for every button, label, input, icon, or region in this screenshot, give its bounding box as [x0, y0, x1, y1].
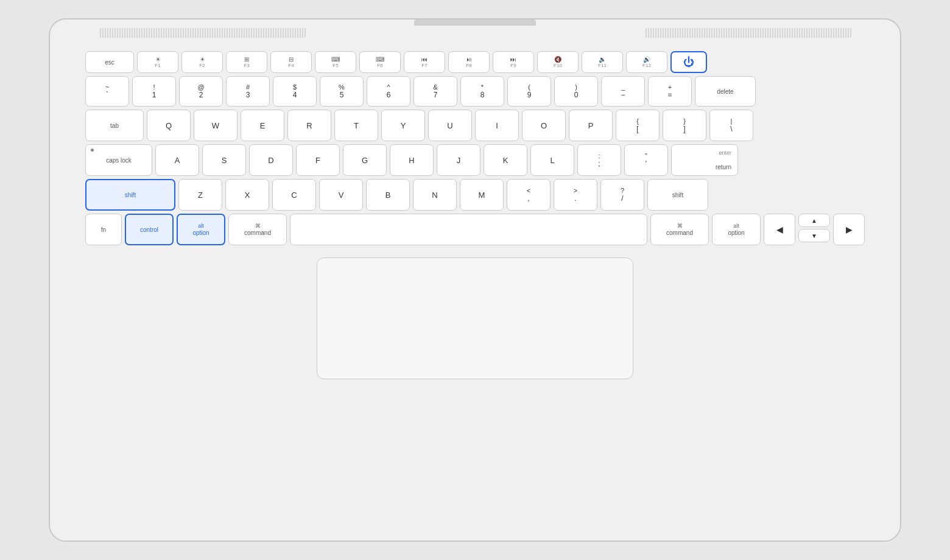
key-command-left[interactable]: ⌘ command: [228, 214, 287, 245]
key-command-right[interactable]: ⌘ command: [650, 214, 709, 245]
key-u[interactable]: U: [428, 110, 472, 141]
key-4[interactable]: $ 4: [273, 76, 317, 107]
key-f12[interactable]: 🔊 F12: [626, 51, 667, 73]
zxcv-row: shift Z X C V B N M < , > . ? / shift: [85, 179, 865, 211]
key-f10[interactable]: 🔇 F10: [537, 51, 579, 73]
key-r[interactable]: R: [287, 110, 331, 141]
key-tab[interactable]: tab: [85, 110, 144, 141]
key-slash[interactable]: ? /: [600, 179, 644, 211]
key-x[interactable]: X: [225, 179, 269, 211]
key-0[interactable]: ) 0: [554, 76, 598, 107]
key-i[interactable]: I: [475, 110, 519, 141]
key-enter[interactable]: enter return: [671, 144, 738, 176]
key-backslash[interactable]: | \: [709, 110, 753, 141]
key-shift-left[interactable]: shift: [85, 179, 175, 211]
key-g[interactable]: G: [343, 144, 387, 176]
key-o[interactable]: O: [522, 110, 566, 141]
asdf-row: caps lock A S D F G H J K L : ; " ' ente…: [85, 144, 865, 176]
key-v[interactable]: V: [319, 179, 363, 211]
key-e[interactable]: E: [241, 110, 284, 141]
key-delete[interactable]: delete: [695, 76, 756, 107]
key-control[interactable]: control: [125, 214, 174, 245]
key-backtick[interactable]: ~ `: [85, 76, 129, 107]
key-arrow-up[interactable]: ▲: [798, 214, 830, 227]
bottom-row: fn control alt option ⌘ command ⌘ comman…: [85, 214, 865, 245]
key-equals[interactable]: + =: [648, 76, 692, 107]
key-p[interactable]: P: [569, 110, 613, 141]
key-comma[interactable]: < ,: [507, 179, 551, 211]
speaker-right: [644, 28, 851, 38]
key-1[interactable]: ! 1: [132, 76, 176, 107]
key-s[interactable]: S: [202, 144, 246, 176]
key-9[interactable]: ( 9: [507, 76, 551, 107]
num-row: ~ ` ! 1 @ 2 # 3 $ 4 % 5: [85, 76, 865, 107]
capslock-indicator: [91, 149, 94, 152]
key-f11[interactable]: 🔉 F11: [582, 51, 623, 73]
key-esc[interactable]: esc: [85, 51, 134, 73]
key-quote[interactable]: " ': [624, 144, 668, 176]
key-minus[interactable]: _ −: [601, 76, 645, 107]
key-7[interactable]: & 7: [413, 76, 457, 107]
fn-row: esc ☀ F1 ☀ F2 ⊞ F3 ⊟ F4 ⌨ F5: [85, 51, 865, 73]
key-w[interactable]: W: [194, 110, 237, 141]
key-power[interactable]: ⏻: [670, 51, 707, 73]
key-j[interactable]: J: [437, 144, 480, 176]
key-6[interactable]: ^ 6: [367, 76, 410, 107]
key-d[interactable]: D: [249, 144, 293, 176]
key-rbracket[interactable]: } ]: [663, 110, 706, 141]
key-lbracket[interactable]: { [: [616, 110, 660, 141]
laptop-hinge: [414, 19, 536, 26]
key-f8[interactable]: ⏯ F8: [448, 51, 490, 73]
key-y[interactable]: Y: [381, 110, 425, 141]
key-5[interactable]: % 5: [320, 76, 364, 107]
key-2[interactable]: @ 2: [179, 76, 223, 107]
speaker-left: [99, 28, 306, 38]
key-f1[interactable]: ☀ F1: [137, 51, 178, 73]
key-f7[interactable]: ⏮ F7: [404, 51, 445, 73]
key-capslock[interactable]: caps lock: [85, 144, 152, 176]
key-8[interactable]: * 8: [460, 76, 504, 107]
key-semicolon[interactable]: : ;: [577, 144, 621, 176]
key-shift-right[interactable]: shift: [647, 179, 708, 211]
key-c[interactable]: C: [272, 179, 316, 211]
key-z[interactable]: Z: [178, 179, 222, 211]
key-f6[interactable]: ⌨ F6: [359, 51, 401, 73]
key-f[interactable]: F: [296, 144, 340, 176]
keyboard-area: esc ☀ F1 ☀ F2 ⊞ F3 ⊟ F4 ⌨ F5: [85, 51, 865, 245]
key-h[interactable]: H: [390, 144, 434, 176]
key-m[interactable]: M: [460, 179, 504, 211]
key-arrow-left[interactable]: ◀: [764, 214, 795, 245]
key-q[interactable]: Q: [147, 110, 191, 141]
key-option-right[interactable]: alt option: [712, 214, 761, 245]
key-n[interactable]: N: [413, 179, 457, 211]
key-f3[interactable]: ⊞ F3: [226, 51, 267, 73]
trackpad[interactable]: [317, 257, 633, 379]
key-t[interactable]: T: [334, 110, 378, 141]
key-f2[interactable]: ☀ F2: [181, 51, 223, 73]
key-k[interactable]: K: [484, 144, 527, 176]
key-period[interactable]: > .: [554, 179, 597, 211]
key-a[interactable]: A: [155, 144, 199, 176]
key-l[interactable]: L: [530, 144, 574, 176]
key-f9[interactable]: ⏭ F9: [493, 51, 534, 73]
qwerty-row: tab Q W E R T Y U I O P { [ } ] | \: [85, 110, 865, 141]
key-f5[interactable]: ⌨ F5: [315, 51, 356, 73]
arrow-up-down-container: ▲ ▼: [798, 214, 830, 245]
key-fn[interactable]: fn: [85, 214, 122, 245]
key-arrow-down[interactable]: ▼: [798, 229, 830, 242]
key-b[interactable]: B: [366, 179, 410, 211]
key-3[interactable]: # 3: [226, 76, 270, 107]
key-f4[interactable]: ⊟ F4: [270, 51, 312, 73]
key-space[interactable]: [290, 214, 647, 245]
key-arrow-right[interactable]: ▶: [833, 214, 865, 245]
key-option-left[interactable]: alt option: [177, 214, 225, 245]
laptop-body: esc ☀ F1 ☀ F2 ⊞ F3 ⊟ F4 ⌨ F5: [49, 18, 901, 542]
